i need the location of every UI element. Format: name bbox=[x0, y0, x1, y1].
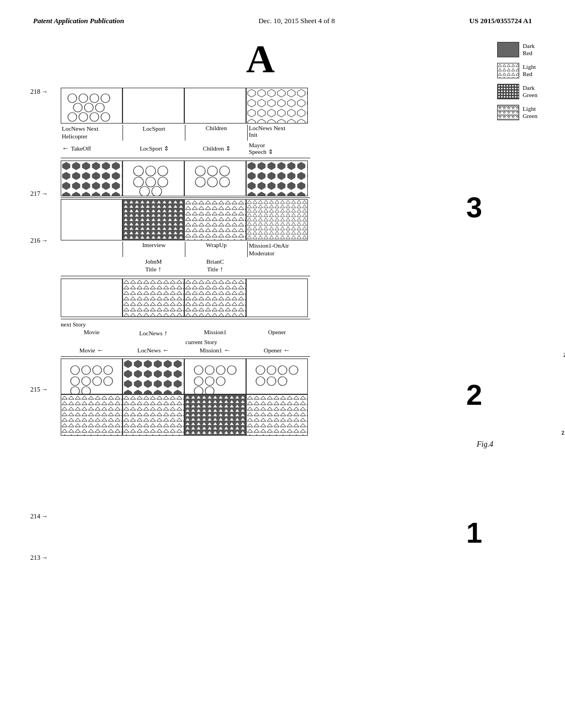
header-left: Patent Application Publication bbox=[33, 17, 124, 25]
label-current-story: current Story bbox=[61, 339, 537, 345]
diagram-title-A: A bbox=[94, 36, 427, 82]
row-marker-216: 216→ bbox=[30, 237, 48, 245]
arrow-row-216: JohnMTitle ↑ BrianCTitle ↑ bbox=[61, 258, 537, 274]
row-213-cells: 211VIII bbox=[61, 394, 537, 436]
svg-rect-86 bbox=[123, 359, 184, 394]
page-header: Patent Application Publication Dec. 10, … bbox=[0, 0, 565, 31]
label-children: Children bbox=[185, 125, 247, 141]
h-sep-1 bbox=[61, 158, 310, 158]
label-next-story: next Story bbox=[61, 321, 537, 328]
row-214-cells bbox=[61, 358, 537, 394]
svg-rect-28 bbox=[123, 88, 184, 124]
section-211-VIII: 211VIII bbox=[562, 430, 565, 436]
row-218-cells bbox=[61, 88, 537, 124]
cell-217-3 bbox=[184, 160, 246, 196]
svg-rect-58 bbox=[123, 200, 184, 240]
svg-rect-4 bbox=[498, 42, 519, 57]
cell-218-2 bbox=[122, 88, 184, 124]
row-marker-214: 214→ bbox=[30, 512, 48, 521]
cell-214-3 bbox=[184, 358, 246, 394]
svg-rect-35 bbox=[61, 161, 122, 196]
label-row-locnews: LocNews NextHelicopter LocSport Children… bbox=[61, 125, 537, 141]
cell-217-4 bbox=[246, 160, 308, 196]
cell-218-3 bbox=[184, 88, 246, 124]
cell-217-1 bbox=[61, 160, 122, 196]
cell-216-3 bbox=[184, 199, 246, 240]
label-locnews-init: LocNews NextInit bbox=[248, 125, 310, 141]
legend-light-red: LightRed bbox=[497, 63, 537, 78]
svg-rect-54 bbox=[247, 161, 308, 196]
cell-214-1 bbox=[61, 358, 122, 394]
row-marker-215: 215→ bbox=[30, 386, 48, 394]
cell-214-4 bbox=[246, 358, 308, 394]
legend-dark-red: DarkRed bbox=[497, 42, 537, 57]
cell-217-2 bbox=[122, 160, 184, 196]
sep-211-VI: 211VI bbox=[61, 319, 537, 319]
svg-rect-32 bbox=[247, 88, 308, 124]
svg-rect-61 bbox=[185, 200, 246, 240]
label-row-216: Interview WrapUp Mission1-OnAirModerator bbox=[61, 242, 537, 258]
svg-rect-97 bbox=[247, 359, 308, 394]
figure-label: Fig.4 bbox=[61, 440, 493, 449]
cell-215-4 bbox=[246, 279, 308, 317]
sep-211-VII: 211VII bbox=[61, 356, 537, 357]
header-right: US 2015/0355724 A1 bbox=[470, 17, 532, 25]
label-row-stories: Movie LocNews ↑ Mission1 Opener bbox=[61, 329, 537, 338]
header-center: Dec. 10, 2015 Sheet 4 of 8 bbox=[258, 17, 335, 25]
row-marker-217: 217→ bbox=[30, 190, 48, 198]
legend-dark-red-icon bbox=[497, 42, 519, 57]
row-marker-218: 218→ bbox=[30, 88, 48, 96]
cell-213-3 bbox=[184, 394, 246, 436]
cell-216-1 bbox=[61, 199, 122, 240]
svg-rect-71 bbox=[185, 279, 246, 317]
svg-rect-110 bbox=[123, 395, 184, 436]
svg-rect-64 bbox=[247, 200, 308, 240]
svg-rect-16 bbox=[61, 88, 122, 124]
cell-216-4 bbox=[246, 199, 308, 240]
legend-light-red-label: LightRed bbox=[523, 63, 536, 78]
row-217-cells: 211V bbox=[61, 160, 537, 196]
row-marker-213: 213→ bbox=[30, 554, 48, 562]
cell-213-1 bbox=[61, 394, 122, 436]
legend-dark-red-label: DarkRed bbox=[523, 42, 535, 57]
svg-rect-68 bbox=[123, 279, 184, 317]
svg-rect-113 bbox=[185, 395, 246, 436]
cell-213-2 bbox=[122, 394, 184, 436]
label-locnews-next-heli: LocNews NextHelicopter bbox=[61, 125, 122, 141]
svg-rect-73 bbox=[61, 359, 122, 394]
cell-218-4 bbox=[246, 88, 308, 124]
cell-215-2 bbox=[122, 279, 184, 317]
cell-214-2 bbox=[122, 358, 184, 394]
row-216-cells bbox=[61, 199, 537, 240]
h-sep-2 bbox=[61, 276, 310, 276]
cell-218-1 bbox=[61, 88, 122, 124]
cell-215-1 bbox=[61, 279, 122, 317]
svg-rect-29 bbox=[185, 88, 246, 124]
svg-rect-36 bbox=[123, 161, 184, 196]
svg-rect-107 bbox=[61, 395, 122, 436]
arrow-row-218: ← TakeOff LocSport ⇕ Children ⇕ MayorSpe… bbox=[61, 142, 537, 156]
svg-rect-116 bbox=[247, 395, 308, 436]
svg-rect-87 bbox=[185, 359, 246, 394]
label-row-stories-arrows: Movie ← LocNews ← Mission1 ← Opener ← bbox=[61, 346, 537, 355]
svg-rect-7 bbox=[498, 63, 519, 78]
cell-215-3 bbox=[184, 279, 246, 317]
diagram-content: 218→ bbox=[61, 88, 537, 449]
cell-216-2 bbox=[122, 199, 184, 240]
row-215-cells: 211IV bbox=[61, 279, 537, 317]
svg-rect-72 bbox=[247, 279, 308, 317]
label-locsport: LocSport bbox=[123, 125, 185, 141]
svg-rect-45 bbox=[185, 161, 246, 196]
section-number-1: 1 bbox=[466, 516, 482, 549]
svg-rect-55 bbox=[61, 200, 122, 240]
separator-211-III: 211III bbox=[61, 197, 537, 198]
svg-rect-65 bbox=[61, 279, 122, 317]
cell-213-4 bbox=[246, 394, 308, 436]
legend-light-red-icon bbox=[497, 63, 519, 78]
